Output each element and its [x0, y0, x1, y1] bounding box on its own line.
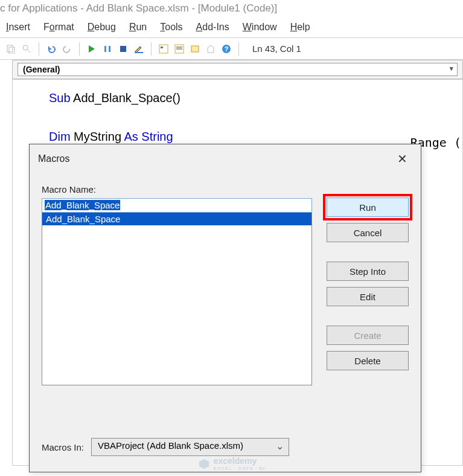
watermark: exceldemy EXCEL · DATA · BI — [198, 456, 266, 471]
create-button: Create — [327, 326, 409, 345]
svg-rect-13 — [191, 46, 199, 52]
run-button-highlight: Run — [323, 194, 412, 220]
run-button[interactable]: Run — [327, 198, 409, 217]
menubar: Insert Format Debug Run Tools Add-Ins Wi… — [0, 19, 463, 38]
svg-rect-8 — [159, 45, 168, 53]
svg-point-2 — [23, 45, 28, 50]
svg-rect-0 — [7, 45, 13, 52]
close-icon[interactable]: ✕ — [392, 150, 412, 167]
edit-button[interactable]: Edit — [327, 287, 409, 306]
cancel-button[interactable]: Cancel — [327, 223, 409, 242]
play-icon[interactable] — [86, 43, 98, 55]
svg-line-3 — [27, 50, 30, 53]
dialog-title: Macros — [38, 153, 69, 164]
toolbox-icon[interactable] — [205, 43, 217, 55]
window-title: c for Applications - Add Blank Space.xls… — [0, 0, 463, 19]
pause-icon[interactable] — [101, 43, 113, 55]
macros-in-select[interactable]: VBAProject (Add Blank Space.xlsm) — [91, 438, 289, 456]
code-text: MyString — [71, 130, 124, 143]
undo-icon[interactable] — [45, 43, 57, 55]
menu-debug[interactable]: Debug — [88, 22, 116, 33]
menu-help[interactable]: Help — [290, 22, 310, 33]
logo-icon — [198, 458, 210, 470]
properties-icon[interactable] — [173, 43, 185, 55]
code-keyword: Sub — [49, 91, 71, 105]
redo-icon[interactable] — [61, 43, 73, 55]
svg-rect-6 — [120, 46, 126, 52]
object-browser-icon[interactable] — [189, 43, 201, 55]
svg-text:?: ? — [225, 45, 229, 53]
cursor-position: Ln 43, Col 1 — [252, 43, 301, 54]
object-dropdown[interactable]: (General) — [18, 63, 458, 76]
menu-tools[interactable]: Tools — [160, 22, 182, 33]
svg-rect-4 — [104, 46, 106, 52]
macros-dialog: Macros ✕ Macro Name: Add_Blank_Space Add… — [29, 144, 421, 472]
code-keyword: As String — [124, 130, 173, 143]
toolbar: ? Ln 43, Col 1 — [0, 38, 463, 60]
svg-rect-1 — [9, 47, 14, 54]
menu-window[interactable]: Window — [243, 22, 277, 33]
code-keyword: Dim — [49, 130, 71, 143]
menu-addins[interactable]: Add-Ins — [196, 22, 229, 33]
design-mode-icon[interactable] — [133, 43, 145, 55]
help-icon[interactable]: ? — [220, 43, 232, 55]
menu-run[interactable]: Run — [129, 22, 147, 33]
macros-in-label: Macros In: — [42, 442, 84, 452]
copy-icon[interactable] — [5, 43, 17, 55]
delete-button[interactable]: Delete — [327, 351, 409, 370]
find-icon[interactable] — [21, 43, 33, 55]
macro-name-label: Macro Name: — [42, 184, 312, 195]
macro-list[interactable]: Add_Blank_Space — [42, 213, 312, 385]
list-item[interactable]: Add_Blank_Space — [42, 213, 311, 225]
stop-icon[interactable] — [117, 43, 129, 55]
code-dropdown-bar: (General) — [12, 60, 463, 79]
macro-name-input[interactable]: Add_Blank_Space — [42, 198, 312, 213]
menu-insert[interactable]: Insert — [6, 22, 30, 33]
project-explorer-icon[interactable] — [158, 43, 170, 55]
step-into-button[interactable]: Step Into — [327, 262, 409, 281]
menu-format[interactable]: Format — [43, 22, 74, 33]
svg-rect-7 — [135, 52, 143, 53]
code-text: Add_Blank_Space() — [71, 91, 180, 105]
svg-rect-5 — [109, 46, 110, 52]
svg-rect-9 — [161, 47, 163, 48]
